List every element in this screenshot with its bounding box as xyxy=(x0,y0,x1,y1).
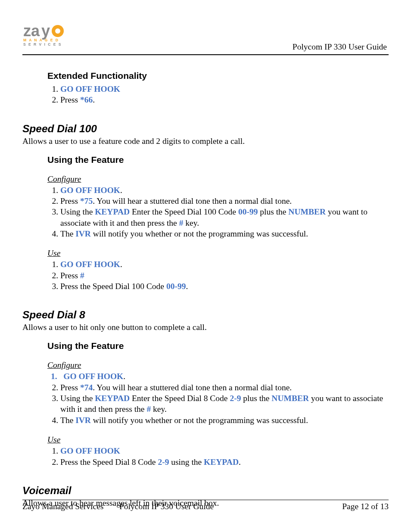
hash-keyword: # xyxy=(146,404,151,414)
sd8-configure-steps: 1. GO OFF HOOK. Press *74. You will hear… xyxy=(47,371,389,426)
keypad-keyword: KEYPAD xyxy=(95,394,130,403)
star74-keyword: *74 xyxy=(80,383,93,392)
svg-text:M A N A G E D: M A N A G E D xyxy=(23,38,59,42)
use-subhead: Use xyxy=(47,435,389,445)
extended-functionality-heading: Extended Functionality xyxy=(47,71,389,81)
list-item: Press # xyxy=(60,270,389,281)
number-keyword: NUMBER xyxy=(271,394,309,403)
list-item: The IVR will notify you whether or not t… xyxy=(60,415,389,426)
list-item: GO OFF HOOK xyxy=(60,445,389,456)
list-item: GO OFF HOOK. xyxy=(60,259,389,270)
star75-keyword: *75 xyxy=(80,196,93,205)
speed-dial-100-desc: Allows a user to use a feature code and … xyxy=(22,137,389,146)
keypad-keyword: KEYPAD xyxy=(204,457,239,467)
code-range-keyword: 00-99 xyxy=(166,282,186,291)
header-doc-title: Polycom IP 330 User Guide xyxy=(293,42,387,52)
speed-dial-100-heading: Speed Dial 100 xyxy=(22,123,389,135)
ivr-keyword: IVR xyxy=(75,229,91,238)
sd100-use-steps: GO OFF HOOK. Press # Press the Speed Dia… xyxy=(47,259,389,292)
footer-doc-title: Polycom IP 330 User Guide xyxy=(119,502,324,511)
page-header: za y M A N A G E D S E R V I C E S Polyc… xyxy=(22,22,389,54)
go-off-hook-keyword: GO OFF HOOK xyxy=(60,446,120,455)
list-item: Press *66. xyxy=(60,94,389,105)
list-item: GO OFF HOOK. xyxy=(60,185,389,196)
go-off-hook-keyword: GO OFF HOOK xyxy=(60,84,120,93)
svg-point-3 xyxy=(55,28,60,34)
voicemail-heading: Voicemail xyxy=(22,485,389,497)
list-item: Press the Speed Dial 100 Code 00-99. xyxy=(60,281,389,292)
go-off-hook-keyword: GO OFF HOOK xyxy=(63,372,123,381)
page-footer: Zayo Managed Services Polycom IP 330 Use… xyxy=(22,500,389,511)
number-keyword: NUMBER xyxy=(288,207,326,216)
extended-functionality-steps: GO OFF HOOK Press *66. xyxy=(47,84,389,106)
svg-text:y: y xyxy=(41,22,50,40)
list-item: Press *74. You will hear a stuttered dia… xyxy=(60,382,389,393)
using-the-feature-heading: Using the Feature xyxy=(47,155,389,165)
list-item: Using the KEYPAD Enter the Speed Dial 8 … xyxy=(60,393,389,415)
footer-company: Zayo Managed Services xyxy=(22,502,119,511)
sd8-use-steps: GO OFF HOOK Press the Speed Dial 8 Code … xyxy=(47,445,389,467)
svg-text:S E R V I C E S: S E R V I C E S xyxy=(23,42,62,47)
hash-keyword: # xyxy=(80,271,84,280)
page-content: Extended Functionality GO OFF HOOK Press… xyxy=(22,55,389,508)
go-off-hook-keyword: GO OFF HOOK xyxy=(60,260,120,269)
configure-subhead: Configure xyxy=(47,361,389,370)
hash-keyword: # xyxy=(179,218,184,227)
list-item: The IVR will notify you whether or not t… xyxy=(60,228,389,239)
using-the-feature-heading: Using the Feature xyxy=(47,341,389,351)
speed-dial-8-heading: Speed Dial 8 xyxy=(22,309,389,321)
star66-keyword: *66 xyxy=(80,95,93,104)
list-item: 1. GO OFF HOOK. xyxy=(60,371,389,382)
code-range-keyword: 2-9 xyxy=(230,394,241,403)
use-subhead: Use xyxy=(47,249,389,258)
sd100-configure-steps: GO OFF HOOK. Press *75. You will hear a … xyxy=(47,185,389,240)
configure-subhead: Configure xyxy=(47,174,389,184)
code-range-keyword: 00-99 xyxy=(238,207,258,216)
list-item: Using the KEYPAD Enter the Speed Dial 10… xyxy=(60,206,389,228)
keypad-keyword: KEYPAD xyxy=(95,207,130,216)
list-item: Press the Speed Dial 8 Code 2-9 using th… xyxy=(60,457,389,467)
footer-rule xyxy=(22,500,389,500)
code-range-keyword: 2-9 xyxy=(158,457,169,467)
list-item: GO OFF HOOK xyxy=(60,84,389,94)
footer-page-number: Page 12 of 13 xyxy=(324,502,389,511)
zayo-logo: za y M A N A G E D S E R V I C E S xyxy=(23,22,80,49)
speed-dial-8-desc: Allows a user to hit only one button to … xyxy=(22,323,389,332)
svg-text:za: za xyxy=(23,22,40,40)
go-off-hook-keyword: GO OFF HOOK xyxy=(60,186,120,195)
list-item: Press *75. You will hear a stuttered dia… xyxy=(60,196,389,206)
step-num-keyword: 1. xyxy=(51,372,63,381)
ivr-keyword: IVR xyxy=(75,416,91,425)
